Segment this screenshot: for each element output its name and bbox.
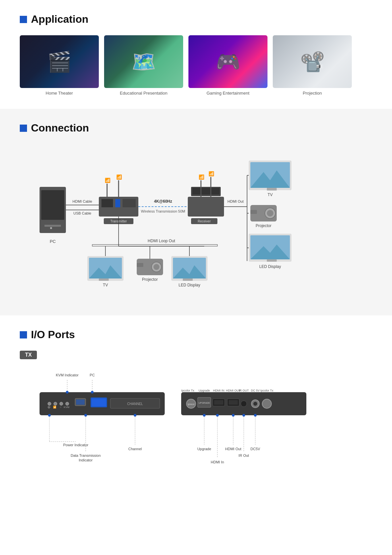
tx-badge: TX [20, 351, 37, 359]
application-section: Application Home Theater Educational Pre… [0, 0, 392, 109]
svg-point-46 [60, 402, 63, 405]
connection-title: Connection [20, 122, 372, 134]
hdmiin-label-bottom: HDMI In [211, 460, 224, 464]
data-tx-label2: Indicator [79, 458, 93, 462]
svg-rect-10 [192, 188, 219, 194]
channel-bottom-label: Channel [128, 447, 142, 451]
blue-square-icon [20, 16, 27, 23]
app-item-edu: Educational Presentation [104, 35, 183, 96]
irout-label-bottom: IR Out [238, 453, 249, 457]
tv-label-right: TV [267, 192, 272, 197]
transmission-label: 4K@60Hz [154, 199, 172, 204]
application-images: Home Theater Educational Presentation Ga… [20, 35, 372, 96]
dc5v-dot [254, 414, 257, 417]
application-heading: Application [31, 13, 88, 25]
svg-point-45 [54, 402, 57, 405]
svg-point-68 [262, 399, 271, 408]
svg-rect-32 [99, 278, 109, 281]
svg-rect-16 [267, 188, 277, 190]
svg-rect-3 [101, 199, 113, 207]
receiver-badge: Receiver [198, 219, 211, 223]
wifi-icon-tx2: 📶 [116, 174, 122, 180]
power-indicator-label: Power Indicator [63, 443, 89, 447]
svg-point-18 [267, 210, 273, 217]
svg-rect-1 [44, 225, 61, 227]
channel-dot [134, 414, 136, 417]
app-caption-home: Home Theater [46, 91, 73, 96]
svg-rect-55 [92, 398, 106, 406]
svg-rect-22 [267, 259, 277, 262]
connection-diagram: PC HDMI Cable USB Cable Transmitter Tran… [20, 144, 372, 302]
app-item-gaming: Gaming Entertainment [188, 35, 267, 96]
upgrade-label-bottom: Upgrade [197, 447, 211, 451]
app-image-home-theater [20, 35, 99, 88]
app-image-gaming [188, 35, 267, 88]
svg-text:○: ○ [60, 406, 62, 409]
svg-point-2 [50, 227, 52, 229]
app-caption-proj: Projection [303, 91, 322, 96]
svg-text:⏻: ⏻ [47, 406, 50, 409]
channel-label: CHANNEL [127, 402, 143, 406]
svg-text:DC 5V: DC 5V [251, 389, 260, 392]
led-label-right: LED Display [259, 264, 281, 269]
wireless-label: Wireless Transmission 50M [141, 209, 185, 213]
projector-label-right: Projector [256, 223, 271, 228]
upgrade-dot [203, 414, 206, 417]
svg-point-34 [154, 264, 159, 270]
kvm-indicator-label: KVM Indicator [56, 373, 78, 377]
wifi-icon-rx2: 📶 [209, 171, 214, 177]
svg-point-47 [66, 402, 69, 405]
pc-dot [91, 391, 94, 394]
svg-text:Upgrade: Upgrade [199, 389, 210, 392]
hdmiout-dot [232, 414, 235, 417]
blue-square-icon-2 [20, 125, 27, 132]
connection-svg: PC HDMI Cable USB Cable Transmitter Tran… [20, 144, 372, 302]
irout-dot [242, 414, 245, 417]
connection-section: Connection PC HDMI Cable USB Cable Trans… [0, 109, 392, 315]
svg-point-44 [48, 402, 51, 405]
wifi-icon-rx1: 📶 [199, 174, 205, 180]
app-caption-gaming: Gaming Entertainment [207, 91, 249, 96]
svg-text:Ip\ncol: Ip\ncol [188, 403, 195, 406]
projector-label-bottom: Projector [142, 277, 158, 282]
svg-text:KVM: KVM [64, 406, 70, 409]
svg-text:HDMI IN: HDMI IN [213, 389, 225, 392]
svg-text:📶: 📶 [53, 405, 56, 409]
svg-rect-4 [115, 199, 120, 207]
data-tx-label: Data Transmission [70, 453, 100, 457]
pc-dot-label: PC [90, 373, 95, 377]
svg-point-67 [253, 402, 257, 406]
svg-text:Ipcolor Tx: Ipcolor Tx [181, 389, 194, 392]
svg-rect-64 [229, 400, 238, 405]
svg-rect-38 [183, 278, 193, 281]
connection-heading: Connection [31, 122, 89, 134]
svg-text:UPGRADE: UPGRADE [199, 402, 210, 404]
pc-label: PC [50, 239, 56, 244]
hdmi-out-label: HDMI Out [228, 199, 244, 203]
svg-rect-53 [76, 399, 85, 405]
tv-label-bottom: TV [103, 283, 108, 287]
io-title: I/O Ports [20, 329, 372, 341]
kvm-indicator-dot [66, 391, 69, 394]
hdmiin-dot [216, 414, 219, 417]
svg-text:IR OUT: IR OUT [239, 389, 249, 392]
svg-rect-19 [250, 210, 257, 214]
svg-rect-62 [214, 400, 223, 405]
io-ports-svg: ⏻ 📶 ○ KVM CHANNEL Ip\ncol UPGRADE [20, 366, 372, 478]
app-image-educational [104, 35, 183, 88]
svg-rect-35 [137, 263, 143, 267]
blue-square-icon-3 [20, 331, 27, 338]
svg-rect-5 [123, 199, 136, 207]
led-label-bottom: LED Display [179, 283, 200, 287]
app-item-home: Home Theater [20, 35, 99, 96]
app-image-projection [273, 35, 352, 88]
hdmi-loop-label: HDMI Loop Out [148, 239, 175, 243]
power-indicator-dot [48, 414, 51, 417]
data-tx-dot [84, 414, 87, 417]
svg-text:Ipcolor Tx: Ipcolor Tx [260, 389, 273, 392]
io-section: I/O Ports TX ⏻ 📶 ○ KVM CHANNEL Ip\ncol U… [0, 315, 392, 492]
usb-cable-label: USB Cable [73, 211, 91, 215]
hdmi-cable-label: HDMI Cable [72, 199, 92, 203]
hdmiout-label-bottom: HDMI Out [225, 447, 241, 451]
dc5v-label-bottom: DC5V [250, 447, 260, 451]
